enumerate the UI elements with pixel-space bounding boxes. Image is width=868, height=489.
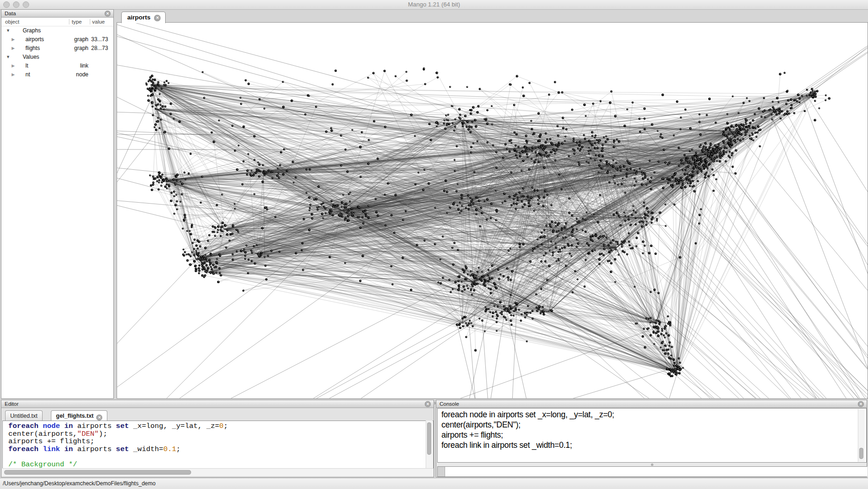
code-token: airports: [73, 445, 116, 453]
code-token: foreach: [8, 445, 38, 453]
code-token: 0.1: [163, 445, 176, 453]
tab-untitled-txt[interactable]: Untitled.txt: [5, 410, 43, 421]
editor-horizontal-scrollbar-thumb[interactable]: [4, 470, 191, 475]
tab-airports[interactable]: airports✕: [121, 12, 166, 23]
code-token: link: [43, 445, 60, 453]
code-line: foreach node in airports set _x=long, _y…: [8, 422, 433, 430]
console-input-row: [437, 466, 867, 477]
tree-row-airports[interactable]: ▶ airports graph 33...73: [1, 35, 113, 44]
tree-row-label: flights: [25, 44, 40, 53]
code-token: in: [64, 422, 73, 430]
column-type-label[interactable]: type: [72, 18, 82, 26]
console-line: center(airports,"DEN");: [441, 420, 862, 430]
column-object-label[interactable]: object: [5, 18, 19, 26]
console-panel-header: Console: [436, 400, 867, 408]
console-output[interactable]: foreach node in airports set _x=long, _y…: [437, 408, 867, 463]
editor-horizontal-scrollbar[interactable]: [2, 468, 434, 476]
code-token: set: [116, 422, 129, 430]
code-token: "DEN": [77, 430, 99, 438]
collapse-arrow-icon[interactable]: ▶: [12, 35, 15, 44]
code-token: airports += flights;: [8, 437, 94, 446]
code-line: foreach link in airports set _width=0.1;: [8, 446, 433, 453]
code-token: [60, 422, 64, 430]
title-bar: Mango 1.21 (64 bit): [0, 0, 868, 10]
console-input[interactable]: [445, 467, 868, 477]
tree-row-value: 28...73: [91, 44, 108, 53]
column-value-label[interactable]: value: [92, 18, 105, 26]
tree-row-lt[interactable]: ▶ lt link: [1, 62, 113, 70]
code-token: 0: [219, 422, 223, 430]
editor-code-area[interactable]: foreach node in airports set _x=long, _y…: [2, 421, 434, 476]
code-token: );: [99, 430, 107, 438]
code-token: ;: [223, 422, 228, 430]
status-bar: /Users/jenchang/Desktop/examcheck/DemoFi…: [0, 478, 868, 489]
console-vertical-scrollbar-thumb[interactable]: [859, 448, 863, 459]
column-separator: [90, 19, 90, 25]
tree-row-values[interactable]: ▼ Values: [1, 53, 113, 62]
graph-view-panel: [117, 22, 868, 399]
editor-panel-header: Editor: [1, 400, 434, 408]
tab-airports-label: airports: [127, 14, 150, 21]
console-prompt-button[interactable]: [438, 467, 445, 477]
tree-row-label: lt: [25, 62, 28, 70]
console-panel-close-icon[interactable]: ✕: [858, 401, 864, 407]
status-path-text: /Users/jenchang/Desktop/examcheck/DemoFi…: [0, 478, 868, 489]
graph-canvas[interactable]: [117, 23, 868, 398]
code-line: airports += flights;: [8, 438, 433, 446]
console-panel: Console ✕ foreach node in airports set _…: [436, 400, 867, 477]
tree-row-type: link: [56, 62, 88, 70]
window-title: Mango 1.21 (64 bit): [0, 0, 868, 9]
console-line: airports += flights;: [441, 430, 862, 440]
console-vertical-scrollbar[interactable]: [858, 409, 865, 462]
tree-row-label: airports: [25, 35, 44, 44]
editor-vertical-scrollbar-thumb[interactable]: [427, 422, 431, 455]
tab-label: Untitled.txt: [10, 413, 37, 419]
tab-label: gel_flights.txt: [56, 413, 93, 419]
tree-row-label: nt: [25, 70, 30, 79]
collapse-arrow-icon[interactable]: ▶: [12, 44, 15, 53]
code-token: node: [43, 422, 60, 430]
code-line: /* Background */: [8, 461, 433, 469]
expand-arrow-icon[interactable]: ▼: [6, 26, 10, 35]
console-splitter[interactable]: [437, 463, 867, 466]
splitter-handle[interactable]: [651, 464, 653, 466]
tree-row-type: graph: [56, 44, 88, 53]
expand-arrow-icon[interactable]: ▼: [6, 53, 10, 62]
tree-row-label: Values: [23, 53, 39, 62]
code-token: center(airports,: [8, 430, 77, 438]
code-line: center(airports,"DEN");: [8, 430, 433, 438]
collapse-arrow-icon[interactable]: ▶: [12, 62, 15, 70]
tab-close-icon[interactable]: ✕: [96, 415, 102, 421]
tree-row-type: graph: [56, 35, 88, 44]
collapse-arrow-icon[interactable]: ▶: [12, 70, 15, 79]
editor-tabstrip: Untitled.txt gel_flights.txt✕: [1, 408, 434, 421]
code-token: set: [116, 445, 129, 453]
code-token: ;: [176, 445, 180, 453]
tree-row-value: 33...73: [91, 35, 108, 44]
tab-gel-flights-txt[interactable]: gel_flights.txt✕: [51, 410, 107, 421]
column-separator: [69, 19, 69, 25]
tab-close-icon[interactable]: ✕: [154, 15, 161, 21]
code-line: [8, 453, 433, 461]
data-panel: Data ✕ object type value ▼ Graphs ▶ airp…: [1, 9, 114, 399]
tree-row-graphs[interactable]: ▼ Graphs: [1, 26, 113, 35]
splitter-handle[interactable]: [434, 402, 436, 404]
code-token: airports: [73, 422, 116, 430]
code-token: _width=: [129, 445, 163, 453]
data-panel-header: Data: [1, 10, 113, 18]
tree-row-type: node: [56, 70, 88, 79]
editor-panel: Editor ✕ Untitled.txt gel_flights.txt✕ f…: [1, 400, 434, 477]
data-panel-close-icon[interactable]: ✕: [105, 11, 111, 17]
editor-panel-close-icon[interactable]: ✕: [425, 401, 431, 407]
code-token: [60, 445, 64, 453]
console-line: foreach node in airports set _x=long, _y…: [441, 409, 862, 420]
code-token: in: [64, 445, 73, 453]
editor-vertical-scrollbar[interactable]: [426, 421, 433, 476]
tree-row-flights[interactable]: ▶ flights graph 28...73: [1, 44, 113, 53]
code-token: /* Background */: [8, 460, 77, 469]
tree-row-nt[interactable]: ▶ nt node: [1, 70, 113, 79]
data-column-header: object type value: [1, 18, 113, 26]
code-token: _x=long, _y=lat, _z=: [129, 422, 219, 430]
console-line: foreach link in airports set _width=0.1;: [441, 440, 862, 450]
code-token: foreach: [8, 422, 38, 430]
